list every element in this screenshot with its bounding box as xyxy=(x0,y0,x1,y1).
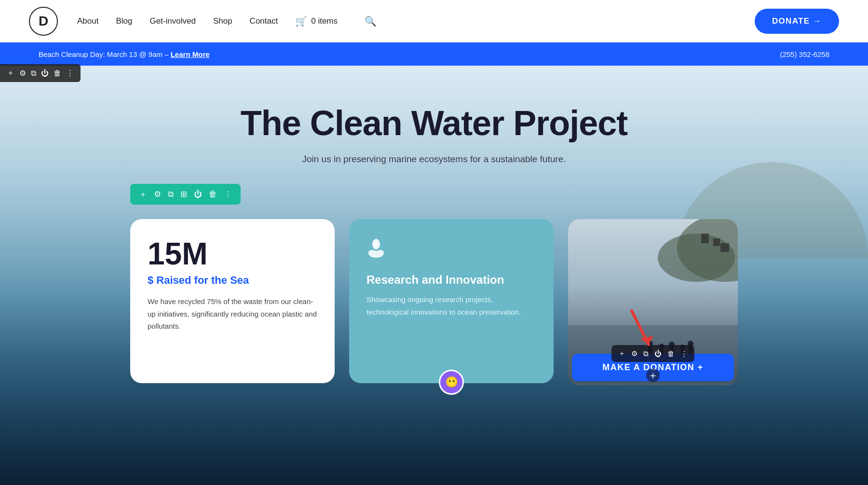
stat-description: We have recycled 75% of the waste from o… xyxy=(148,295,317,333)
editor-duplicate-icon[interactable]: ⧉ xyxy=(31,69,36,78)
nav-shop[interactable]: Shop xyxy=(213,16,232,26)
section-toolbar: ＋ ⚙ ⧉ ⊞ ⏻ 🗑 ⋮ xyxy=(130,184,241,205)
svg-rect-5 xyxy=(713,238,720,246)
editor-delete-icon[interactable]: 🗑 xyxy=(54,69,61,78)
card-toolbar-plus-row: ＋ xyxy=(568,366,738,385)
cart-icon: 🛒 xyxy=(295,15,307,27)
cards-row: 15M $ Raised for the Sea We have recycle… xyxy=(0,219,868,385)
section-grid-icon[interactable]: ⊞ xyxy=(180,189,187,199)
announcement-banner: Beach Cleanup Day: March 13 @ 9am – Lear… xyxy=(0,42,868,66)
hero-title: The Clean Water Project xyxy=(241,104,628,142)
hero-subtitle: Join us in preserving marine ecosystems … xyxy=(241,154,628,165)
section-settings-icon[interactable]: ⚙ xyxy=(154,189,161,199)
logo[interactable]: D xyxy=(29,7,58,36)
nav-about[interactable]: About xyxy=(77,16,98,26)
card-duplicate-icon[interactable]: ⧉ xyxy=(643,349,649,358)
nav-blog[interactable]: Blog xyxy=(116,16,132,26)
card-delete-icon[interactable]: 🗑 xyxy=(667,349,675,358)
svg-rect-4 xyxy=(701,234,709,243)
stat-card: 15M $ Raised for the Sea We have recycle… xyxy=(130,219,335,383)
card-photo-toolbar: ＋ ⚙ ⧉ ⏻ 🗑 ⋮ ＋ xyxy=(568,341,738,385)
stat-number: 15M xyxy=(148,238,317,269)
editor-more-icon[interactable]: ⋮ xyxy=(66,69,74,78)
photo-card: ＋ ⚙ ⧉ ⏻ 🗑 ⋮ ＋ MAKE A DONATION + xyxy=(568,219,738,385)
navbar: D About Blog Get-involved Shop Contact 🛒… xyxy=(0,0,868,42)
svg-point-0 xyxy=(372,239,380,249)
cart-count: 0 items xyxy=(311,16,338,26)
card-power-icon[interactable]: ⏻ xyxy=(654,349,662,358)
research-card: Research and Innovation Showcasing ongoi… xyxy=(349,219,554,383)
editor-power-icon[interactable]: ⏻ xyxy=(41,69,49,78)
hero-content: The Clean Water Project Join us in prese… xyxy=(241,66,628,184)
search-icon[interactable]: 🔍 xyxy=(365,16,377,27)
donate-button[interactable]: DONATE → xyxy=(755,9,839,34)
card-settings-icon[interactable]: ⚙ xyxy=(631,349,637,358)
card-toolbar-inner: ＋ ⚙ ⧉ ⏻ 🗑 ⋮ xyxy=(611,345,694,362)
hero-section: The Clean Water Project Join us in prese… xyxy=(0,66,868,485)
card-plus-icon[interactable]: ＋ xyxy=(646,369,660,382)
avatar-bubble: 😶 xyxy=(439,370,464,395)
nav-links: About Blog Get-involved Shop Contact 🛒 0… xyxy=(77,15,735,27)
section-add-icon[interactable]: ＋ xyxy=(139,189,147,200)
section-power-icon[interactable]: ⏻ xyxy=(194,190,202,199)
research-title: Research and Innovation xyxy=(366,273,504,287)
stat-label: $ Raised for the Sea xyxy=(148,274,317,287)
nav-contact[interactable]: Contact xyxy=(250,16,278,26)
editor-add-icon[interactable]: ＋ xyxy=(7,68,14,78)
card-add-icon[interactable]: ＋ xyxy=(618,349,625,358)
banner-text: Beach Cleanup Day: March 13 @ 9am – Lear… xyxy=(39,50,210,58)
svg-rect-6 xyxy=(720,243,729,252)
editor-top-toolbar: ＋ ⚙ ⧉ ⏻ 🗑 ⋮ xyxy=(0,64,81,82)
card-more-icon[interactable]: ⋮ xyxy=(680,349,688,358)
editor-settings-icon[interactable]: ⚙ xyxy=(19,69,26,78)
banner-learn-more-link[interactable]: Learn More xyxy=(171,50,210,58)
section-more-icon[interactable]: ⋮ xyxy=(224,189,232,199)
avatar-icon: 😶 xyxy=(445,376,458,388)
nav-get-involved[interactable]: Get-involved xyxy=(149,16,195,26)
svg-point-3 xyxy=(658,234,735,282)
cart-widget[interactable]: 🛒 0 items xyxy=(295,15,338,27)
banner-phone: (255) 352-6258 xyxy=(780,50,829,58)
research-icon xyxy=(366,238,386,263)
section-delete-icon[interactable]: 🗑 xyxy=(209,190,217,199)
section-duplicate-icon[interactable]: ⧉ xyxy=(168,190,174,199)
logo-letter: D xyxy=(39,14,48,29)
research-description: Showcasing ongoing research projects, te… xyxy=(366,293,536,318)
